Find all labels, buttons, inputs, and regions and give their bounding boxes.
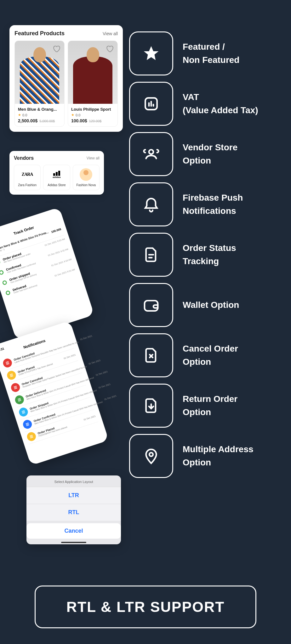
vendor-name: Fashion Nova	[76, 183, 96, 187]
feature-label: Return OrderOption	[183, 392, 237, 419]
star-icon	[129, 31, 173, 75]
notification-status-icon	[26, 431, 37, 442]
banner-text: RTL & LTR SUPPORT	[42, 598, 249, 615]
notification-date: 01 Dec 2021	[83, 415, 96, 421]
notification-status-icon	[2, 358, 13, 369]
vendor-tile[interactable]: Fashion Nova	[73, 165, 100, 190]
doc-icon	[129, 233, 173, 277]
step-dot-icon	[0, 259, 1, 265]
feature-row: Multiple AddressOption	[129, 434, 254, 478]
notification-date: 01 Dec 2021	[95, 370, 108, 376]
notification-status-icon	[10, 382, 21, 393]
notification-status-icon	[14, 394, 25, 405]
track-order-screen: 5:04 Track Order Men Navy Blue & White S…	[0, 207, 94, 340]
featured-view-all[interactable]: View all	[103, 31, 118, 36]
step-dot-icon	[0, 270, 4, 275]
notifications-screen: 6:31 Notifications Order Cancelled Lavie…	[0, 321, 109, 466]
vendors-title: Vendors	[14, 155, 34, 161]
product-name: Louis Philippe Sport	[71, 107, 114, 112]
step-dot-icon	[5, 290, 11, 296]
notification-date: 01 Dec 2021	[63, 353, 76, 359]
notification-date: 01 Dec 2021	[88, 359, 101, 365]
feature-row: Cancel OrderOption	[129, 333, 238, 377]
product-rating: 0.0	[76, 113, 80, 117]
chart-icon	[129, 82, 173, 126]
feature-label: Cancel OrderOption	[183, 342, 238, 369]
product-old-price: 5,000.00$	[39, 119, 55, 123]
product-price: 100.00$	[71, 118, 87, 123]
star-icon: ★	[18, 113, 21, 117]
adidas-logo: adidas	[49, 168, 65, 181]
feature-label: Firebase PushNotifications	[183, 191, 243, 218]
feature-row: VAT(Value Added Tax)	[129, 82, 258, 126]
pin-icon	[129, 434, 173, 478]
product-name: Men Blue & Orang...	[18, 107, 61, 112]
dialog-cancel-button[interactable]: Cancel	[26, 523, 121, 539]
vendor-name: Adidas Store	[48, 183, 66, 187]
feature-row: Firebase PushNotifications	[129, 182, 243, 226]
vendor-tile[interactable]: adidas Adidas Store	[43, 165, 70, 190]
feature-label: Multiple AddressOption	[183, 443, 254, 469]
rtl-ltr-banner: RTL & LTR SUPPORT	[35, 586, 256, 628]
dialog-option-ltr[interactable]: LTR	[26, 487, 121, 504]
step-dot-icon	[2, 280, 8, 286]
notification-status-icon	[6, 370, 17, 381]
feature-label: Vendor StoreOption	[183, 141, 237, 167]
vendors-card: Vendors View all ZARA Zara Fashion adida…	[9, 151, 104, 195]
product-image	[68, 41, 117, 104]
group-icon	[129, 132, 173, 176]
notification-date: 01 Dec 2021	[98, 383, 111, 389]
feature-label: Featured /Non Featured	[183, 40, 239, 67]
notification-status-icon	[22, 419, 33, 430]
heart-icon[interactable]	[106, 45, 114, 53]
featured-title: Featured Products	[14, 30, 65, 37]
layout-dialog: Select Application Layout LTR RTL Cancel	[26, 475, 121, 544]
wallet-icon	[129, 283, 173, 327]
feature-label: Order StatusTracking	[183, 242, 236, 268]
zara-logo: ZARA	[20, 168, 35, 181]
feature-row: Order StatusTracking	[129, 233, 236, 277]
product-price: 2,500.00$	[18, 118, 37, 123]
notification-status-icon	[18, 407, 29, 418]
doc-x-icon	[129, 333, 173, 377]
vendor-tile[interactable]: ZARA Zara Fashion	[14, 165, 41, 190]
doc-down-icon	[129, 384, 173, 428]
product-image	[15, 41, 64, 104]
featured-products-card: Featured Products View all Men Blue & Or…	[9, 25, 123, 132]
product-rating: 0.0	[22, 113, 27, 117]
product-card[interactable]: Men Blue & Orang... ★0.0 2,500.00$ 5,000…	[14, 41, 65, 127]
dialog-title: Select Application Layout	[26, 475, 121, 487]
notification-date: 01 Dec 2021	[80, 335, 93, 341]
product-old-price: 120.00$	[89, 119, 102, 123]
vendor-name: Zara Fashion	[18, 183, 37, 187]
notification-date: 01 Dec 2021	[104, 394, 117, 400]
order-price: 100.00$	[51, 227, 61, 234]
feature-row: Wallet Option	[129, 283, 239, 327]
dialog-option-rtl[interactable]: RTL	[26, 504, 121, 521]
heart-icon[interactable]	[52, 45, 60, 53]
feature-row: Featured /Non Featured	[129, 31, 239, 75]
bell-icon	[129, 182, 173, 226]
feature-label: Wallet Option	[183, 298, 239, 312]
vendors-view-all[interactable]: View all	[87, 156, 100, 160]
home-indicator	[61, 542, 86, 543]
feature-row: Return OrderOption	[129, 384, 237, 428]
feature-label: VAT(Value Added Tax)	[183, 91, 258, 117]
star-icon: ★	[71, 113, 74, 117]
avatar-icon	[80, 168, 92, 181]
feature-row: Vendor StoreOption	[129, 132, 237, 176]
product-card[interactable]: Louis Philippe Sport ★0.0 100.00$ 120.00…	[68, 41, 118, 127]
